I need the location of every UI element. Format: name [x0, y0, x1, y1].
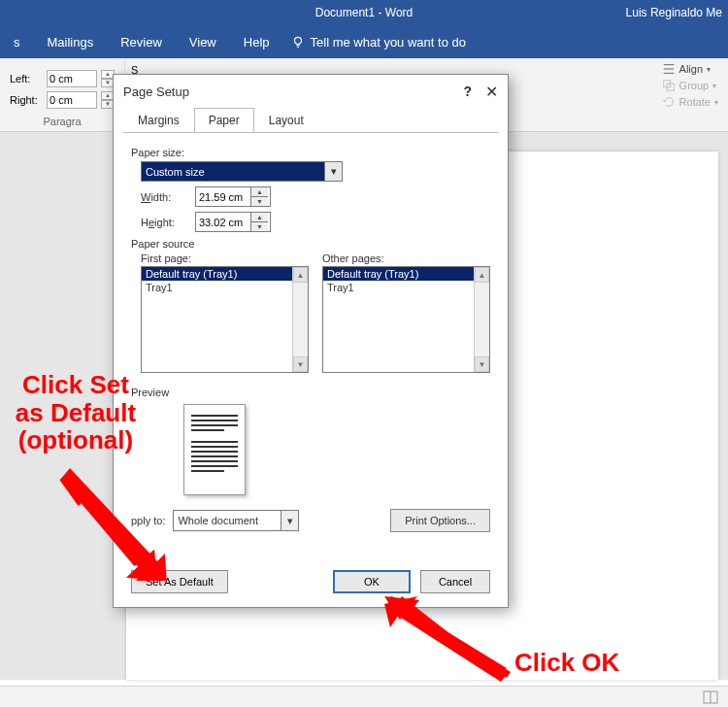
other-pages-label: Other pages: [322, 252, 490, 264]
ribbon-tab-view[interactable]: View [176, 25, 230, 58]
apply-to-label: pply to: [131, 515, 165, 526]
ok-label: OK [364, 576, 380, 588]
apply-to-dropdown[interactable]: Whole document ▾ [173, 510, 299, 531]
dialog-help-button[interactable]: ? [463, 84, 472, 99]
paper-size-dropdown[interactable]: Custom size ▾ [141, 161, 343, 182]
indent-left-label: Left: [10, 73, 43, 84]
chevron-down-icon[interactable]: ▾ [324, 162, 342, 181]
group-button[interactable]: Group▾ [662, 79, 718, 92]
ok-button[interactable]: OK [333, 570, 411, 593]
ribbon-tabs: s Mailings Review View Help Tell me what… [0, 25, 728, 58]
first-page-listbox[interactable]: Default tray (Tray1) Tray1 ▲ ▼ [141, 266, 309, 373]
reading-view-icon[interactable] [703, 690, 718, 704]
height-label: Height: [141, 217, 187, 228]
scrollbar[interactable]: ▲ ▼ [474, 267, 489, 372]
dialog-titlebar[interactable]: Page Setup ? ✕ [114, 75, 508, 108]
dialog-footer: Set As Default OK Cancel [114, 560, 508, 607]
paper-size-label: Paper size: [131, 147, 490, 158]
rotate-icon [662, 95, 676, 109]
indent-left-input[interactable] [47, 70, 97, 87]
scroll-down-icon[interactable]: ▼ [293, 356, 308, 372]
document-title: Document1 - Word [315, 6, 413, 19]
group-icon [662, 79, 676, 92]
cancel-label: Cancel [439, 576, 472, 588]
ribbon-tab-help[interactable]: Help [230, 25, 283, 58]
tell-me-label: Tell me what you want to do [311, 35, 466, 50]
lightbulb-icon [291, 35, 305, 49]
scroll-down-icon[interactable]: ▼ [475, 356, 489, 372]
dialog-close-button[interactable]: ✕ [485, 83, 498, 101]
rotate-button[interactable]: Rotate▾ [662, 95, 718, 109]
indent-right-label: Right: [10, 94, 43, 106]
set-as-default-button[interactable]: Set As Default [131, 570, 228, 593]
print-options-button[interactable]: Print Options... [390, 509, 490, 532]
preview-thumbnail [183, 404, 246, 495]
list-item[interactable]: Tray1 [323, 281, 489, 294]
user-name: Luis Reginaldo Me [626, 6, 722, 19]
list-item[interactable]: Default tray (Tray1) [142, 267, 308, 281]
list-item[interactable]: Default tray (Tray1) [323, 267, 489, 281]
scroll-up-icon[interactable]: ▲ [293, 267, 308, 283]
paper-source-label: Paper source [131, 238, 490, 250]
align-icon [662, 62, 676, 76]
tab-paper[interactable]: Paper [194, 108, 254, 133]
page-setup-dialog: Page Setup ? ✕ Margins Paper Layout Pape… [113, 74, 509, 608]
rotate-label: Rotate [679, 96, 711, 108]
ribbon-tab-partial[interactable]: s [0, 25, 34, 58]
tab-layout[interactable]: Layout [254, 108, 318, 133]
indent-right-input[interactable] [47, 91, 97, 109]
statusbar [0, 686, 728, 707]
width-input[interactable]: ▲▼ [195, 186, 271, 207]
height-field[interactable] [196, 213, 250, 231]
cancel-button[interactable]: Cancel [420, 570, 490, 593]
svg-point-0 [294, 37, 301, 44]
app-titlebar: Document1 - Word Luis Reginaldo Me [0, 0, 728, 25]
align-label: Align [679, 63, 703, 75]
preview-label: Preview [131, 387, 490, 398]
ribbon-group-arrange: Align▾ Group▾ Rotate▾ [652, 58, 728, 131]
width-spinner[interactable]: ▲▼ [250, 187, 268, 206]
scroll-up-icon[interactable]: ▲ [475, 267, 489, 283]
width-label: Width: [141, 191, 187, 203]
paper-size-value: Custom size [142, 166, 324, 178]
dialog-title: Page Setup [123, 84, 189, 99]
height-input[interactable]: ▲▼ [195, 212, 271, 232]
list-item[interactable]: Tray1 [142, 281, 308, 294]
ribbon-tab-review[interactable]: Review [107, 25, 176, 58]
group-label: Group [679, 80, 710, 91]
set-as-default-label: Set As Default [146, 576, 214, 588]
width-field[interactable] [196, 187, 250, 206]
align-button[interactable]: Align▾ [662, 62, 718, 76]
tell-me-search[interactable]: Tell me what you want to do [283, 35, 466, 50]
height-spinner[interactable]: ▲▼ [250, 213, 268, 231]
first-page-label: First page: [141, 252, 309, 264]
ribbon-tab-mailings[interactable]: Mailings [34, 25, 108, 58]
chevron-down-icon[interactable]: ▾ [281, 511, 298, 530]
dialog-tabs: Margins Paper Layout [114, 108, 508, 133]
apply-to-value: Whole document [174, 511, 281, 530]
tab-margins[interactable]: Margins [123, 108, 194, 133]
ribbon-group-paragraph: Left: ▲▼ Right: ▲▼ Paragra [0, 58, 125, 131]
other-pages-listbox[interactable]: Default tray (Tray1) Tray1 ▲ ▼ [322, 266, 490, 373]
group-label-paragraph: Paragra [10, 116, 115, 131]
scrollbar[interactable]: ▲ ▼ [292, 267, 308, 372]
dialog-body: Paper size: Custom size ▾ Width: ▲▼ Heig… [114, 133, 508, 560]
